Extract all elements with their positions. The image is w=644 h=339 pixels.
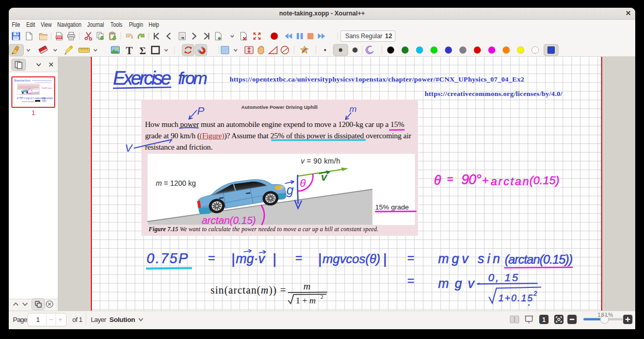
svg-text:v = 90 km/h: v = 90 km/h bbox=[301, 157, 341, 165]
svg-text:Exercise from: Exercise from bbox=[14, 79, 30, 82]
svg-text:mgv·: mgv· bbox=[42, 100, 47, 102]
svg-text:|: | bbox=[383, 251, 387, 267]
svg-text:0, 15: 0, 15 bbox=[488, 271, 518, 283]
svg-text:=: = bbox=[407, 274, 414, 287]
svg-text:|: | bbox=[318, 251, 321, 267]
svg-text:(arctan(0.15)): (arctan(0.15)) bbox=[505, 252, 573, 266]
svg-text:m: m bbox=[303, 281, 311, 292]
svg-text:m: m bbox=[349, 104, 357, 114]
svg-text:15% grade: 15% grade bbox=[375, 203, 409, 211]
svg-text:mgv sin: mgv sin bbox=[438, 251, 500, 266]
svg-text:arctan: arctan bbox=[26, 92, 33, 94]
svg-text:=: = bbox=[407, 251, 414, 265]
svg-text:θ=90°+arct: θ=90°+arct bbox=[42, 87, 52, 89]
svg-text:from: from bbox=[178, 69, 207, 88]
svg-text:|: | bbox=[231, 251, 235, 267]
svg-text:mgvcos(θ): mgvcos(θ) bbox=[323, 252, 380, 266]
svg-text:arctan: arctan bbox=[491, 175, 529, 188]
svg-text:1 + m: 1 + m bbox=[296, 296, 316, 305]
svg-text:+: + bbox=[482, 174, 489, 187]
svg-text:θ: θ bbox=[434, 173, 441, 187]
svg-text:=: = bbox=[208, 251, 215, 265]
svg-text:m = 1200 kg: m = 1200 kg bbox=[156, 179, 196, 187]
svg-text:mgv: mgv bbox=[438, 276, 475, 290]
svg-text:V: V bbox=[125, 142, 133, 154]
svg-text:·: · bbox=[477, 277, 480, 289]
svg-text:Exercise: Exercise bbox=[113, 68, 171, 89]
svg-text:=: = bbox=[447, 173, 453, 185]
svg-text:=: = bbox=[295, 251, 302, 265]
svg-text:90°: 90° bbox=[461, 172, 481, 187]
svg-text:sin(arctan(m)) =: sin(arctan(m)) = bbox=[22, 100, 37, 103]
svg-text:2: 2 bbox=[320, 294, 324, 300]
svg-text:θ: θ bbox=[300, 177, 306, 189]
svg-text:arctan(0.15): arctan(0.15) bbox=[202, 215, 256, 226]
svg-text:1+0.15: 1+0.15 bbox=[498, 293, 533, 303]
svg-text:mg·v: mg·v bbox=[236, 251, 266, 266]
svg-text:(0.15): (0.15) bbox=[529, 174, 559, 187]
svg-text:g: g bbox=[286, 183, 294, 197]
svg-text:P: P bbox=[197, 105, 204, 117]
svg-text:|: | bbox=[272, 251, 276, 267]
svg-text:2: 2 bbox=[533, 290, 537, 297]
svg-text:0.75P: 0.75P bbox=[147, 251, 188, 266]
